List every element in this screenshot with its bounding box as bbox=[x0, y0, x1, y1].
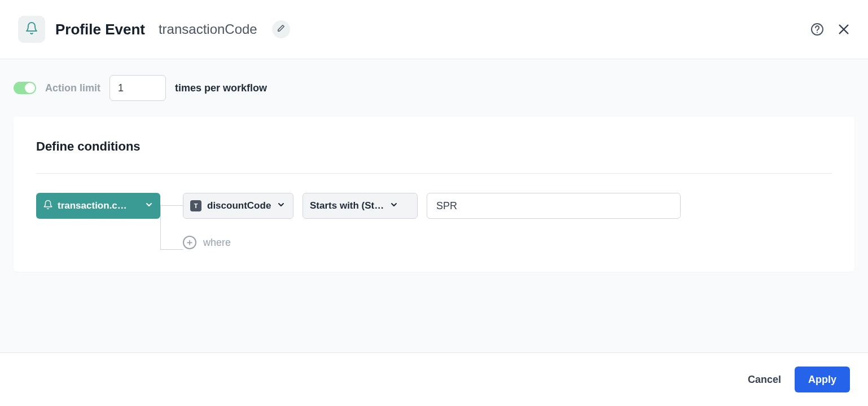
action-limit-toggle[interactable] bbox=[14, 82, 36, 94]
close-icon bbox=[838, 23, 850, 36]
add-where-button[interactable]: ＋ where bbox=[183, 236, 681, 249]
apply-button[interactable]: Apply bbox=[795, 367, 850, 392]
help-button[interactable] bbox=[810, 23, 824, 36]
conditions-card: Define conditions transaction.c… bbox=[14, 117, 854, 272]
action-limit-label: Action limit bbox=[45, 82, 100, 94]
conditions-title: Define conditions bbox=[36, 139, 832, 154]
header-actions bbox=[810, 23, 850, 36]
condition-event-label: transaction.c… bbox=[58, 200, 127, 211]
field-dropdown[interactable]: T discountCode bbox=[183, 193, 293, 219]
field-name: discountCode bbox=[207, 200, 271, 211]
action-limit-suffix: times per workflow bbox=[175, 82, 267, 94]
edit-title-button[interactable] bbox=[272, 20, 290, 38]
chevron-down-icon bbox=[144, 200, 154, 211]
condition-value-input[interactable] bbox=[427, 193, 681, 219]
dialog-title: Profile Event bbox=[55, 21, 145, 38]
condition-filter-row: T discountCode Starts with (St… bbox=[183, 193, 681, 219]
divider bbox=[36, 173, 832, 174]
dialog-header: Profile Event transactionCode bbox=[0, 0, 868, 59]
condition-row: transaction.c… T discountCode bbox=[36, 193, 832, 249]
cancel-button[interactable]: Cancel bbox=[748, 374, 781, 386]
chevron-down-icon bbox=[277, 200, 286, 212]
profile-event-icon-box bbox=[18, 16, 45, 43]
action-limit-input[interactable] bbox=[109, 75, 166, 101]
dialog-footer: Cancel Apply bbox=[0, 352, 868, 406]
operator-dropdown[interactable]: Starts with (St… bbox=[303, 193, 418, 219]
bell-icon bbox=[25, 21, 38, 37]
dialog-body: Action limit times per workflow Define c… bbox=[0, 59, 868, 352]
dialog-subtitle: transactionCode bbox=[159, 21, 257, 37]
action-limit-row: Action limit times per workflow bbox=[14, 75, 854, 101]
condition-filters: T discountCode Starts with (St… bbox=[183, 193, 681, 249]
text-type-badge: T bbox=[190, 200, 201, 211]
operator-label: Starts with (St… bbox=[310, 200, 384, 211]
add-where-label: where bbox=[203, 237, 231, 249]
bell-icon bbox=[43, 200, 53, 212]
chevron-down-icon bbox=[389, 200, 398, 212]
close-button[interactable] bbox=[838, 23, 850, 36]
condition-event-select[interactable]: transaction.c… bbox=[36, 193, 160, 219]
plus-circle-icon: ＋ bbox=[183, 236, 196, 249]
pencil-icon bbox=[277, 24, 285, 34]
help-icon bbox=[810, 23, 824, 36]
